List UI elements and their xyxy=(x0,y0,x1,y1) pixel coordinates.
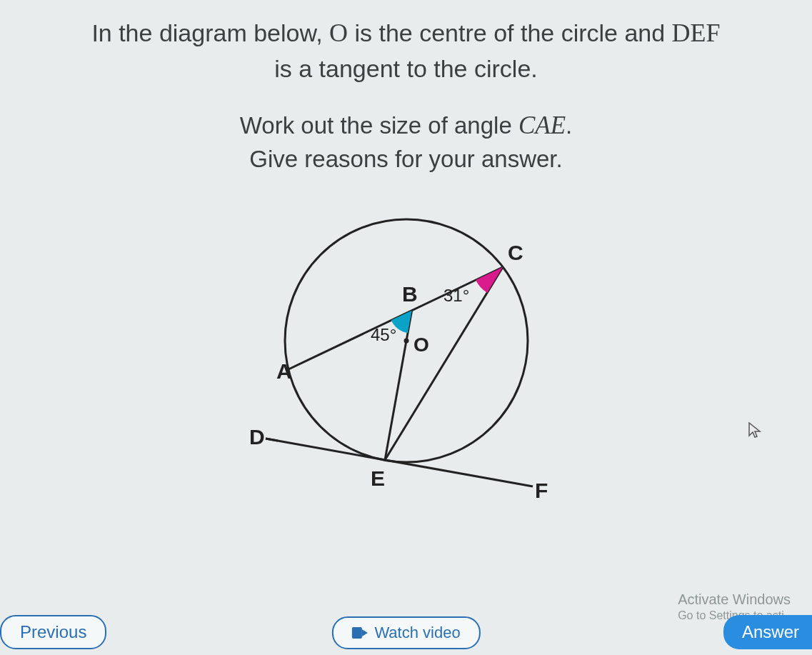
tangent-line xyxy=(266,439,533,486)
video-camera-icon xyxy=(351,627,367,639)
diagram-container: A B C D E F O 45° 31° xyxy=(0,201,812,509)
angle-var: CAE xyxy=(518,111,566,139)
watch-label: Watch video xyxy=(374,624,460,642)
cursor-icon xyxy=(748,421,762,443)
centre-point xyxy=(404,338,408,343)
answer-label: Answer xyxy=(742,622,799,641)
question-statement: In the diagram below, O is the centre of… xyxy=(0,0,812,86)
label-a: A xyxy=(276,359,292,383)
angle-label-45: 45° xyxy=(371,325,396,344)
label-d: D xyxy=(249,425,265,449)
work-line1-pre: Work out the size of angle xyxy=(240,112,518,139)
label-o: O xyxy=(413,334,429,356)
watch-video-button[interactable]: Watch video xyxy=(331,616,480,649)
circle-diagram: A B C D E F O 45° 31° xyxy=(221,201,592,509)
label-f: F xyxy=(535,479,548,502)
q-line1-mid: is the centre of the circle and xyxy=(348,19,672,46)
watermark-title: Activate Windows xyxy=(678,590,791,609)
previous-button[interactable]: Previous xyxy=(0,615,106,649)
q-line1-pre: In the diagram below, xyxy=(91,19,329,46)
angle-label-31: 31° xyxy=(443,286,469,305)
center-var: O xyxy=(329,19,348,47)
question-work: Work out the size of angle CAE. Give rea… xyxy=(0,86,812,176)
svg-line-0 xyxy=(266,439,278,441)
work-line2: Give reasons for your answer. xyxy=(249,146,562,172)
label-c: C xyxy=(508,241,523,264)
work-line1-post: . xyxy=(566,112,572,139)
previous-label: Previous xyxy=(20,622,86,641)
tangent-var: DEF xyxy=(672,19,721,47)
label-b: B xyxy=(402,282,418,306)
footer-bar: Previous Watch video Answer xyxy=(0,612,812,655)
angle-wedge-c xyxy=(476,267,503,293)
answer-button[interactable]: Answer xyxy=(723,615,812,649)
label-e: E xyxy=(371,466,385,490)
q-line2: is a tangent to the circle. xyxy=(274,55,538,82)
